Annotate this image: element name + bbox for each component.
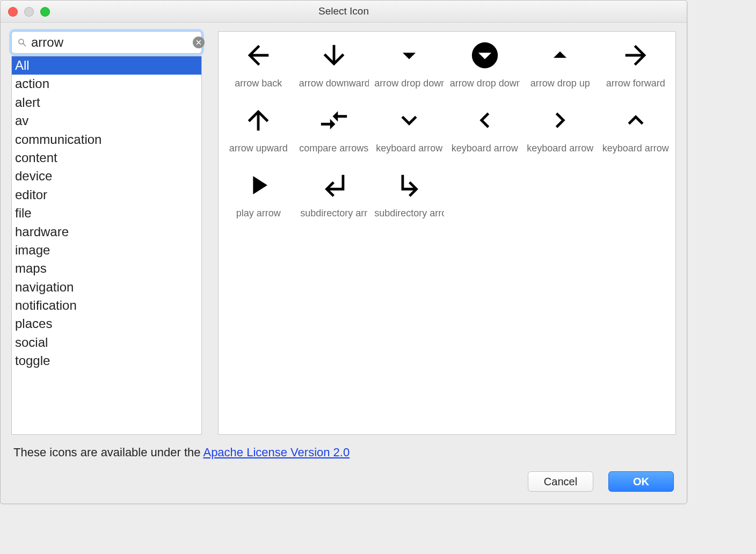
subdirectory-arrow-left-icon xyxy=(317,168,351,202)
category-item-content[interactable]: content xyxy=(12,149,201,167)
search-field[interactable] xyxy=(11,31,202,54)
icon-arrow-upward[interactable]: arrow upward xyxy=(221,103,296,154)
category-item-navigation[interactable]: navigation xyxy=(12,278,201,296)
select-icon-dialog: Select Icon Allactionalertavcommunicatio… xyxy=(0,0,687,504)
icon-subdirectory-arrow-left[interactable]: subdirectory arr xyxy=(296,168,372,219)
play-arrow-icon xyxy=(241,168,275,202)
icon-label: keyboard arrow xyxy=(376,143,442,154)
category-item-places[interactable]: places xyxy=(12,315,201,333)
icon-label: arrow drop down xyxy=(450,78,520,89)
dialog-body: Allactionalertavcommunicationcontentdevi… xyxy=(1,23,687,435)
clear-search-button[interactable] xyxy=(193,37,205,48)
icon-label: arrow drop up xyxy=(530,78,590,89)
license-link[interactable]: Apache License Version 2.0 xyxy=(203,446,350,459)
category-item-communication[interactable]: communication xyxy=(12,130,201,149)
icon-arrow-drop-down-circle[interactable]: arrow drop down xyxy=(447,38,523,89)
category-item-toggle[interactable]: toggle xyxy=(12,352,201,370)
keyboard-arrow-left-icon xyxy=(468,103,502,137)
svg-line-1 xyxy=(23,43,26,46)
icon-play-arrow[interactable]: play arrow xyxy=(221,168,296,219)
compare-arrows-icon xyxy=(317,103,351,137)
keyboard-arrow-down-icon xyxy=(392,103,426,137)
icon-label: subdirectory arr xyxy=(300,208,367,219)
icon-subdirectory-arrow-right[interactable]: subdirectory arro xyxy=(372,168,447,219)
icon-label: arrow drop down xyxy=(374,78,444,89)
icon-grid: arrow backarrow downwardarrow drop downa… xyxy=(221,38,673,219)
keyboard-arrow-up-icon xyxy=(619,103,653,137)
svg-point-0 xyxy=(19,39,24,44)
category-item-alert[interactable]: alert xyxy=(12,93,201,112)
arrow-downward-icon xyxy=(317,38,351,72)
search-icon xyxy=(17,38,27,47)
icon-label: keyboard arrow xyxy=(527,143,593,154)
icon-label: arrow back xyxy=(235,78,282,89)
license-text: These icons are available under the Apac… xyxy=(13,446,674,460)
icon-arrow-forward[interactable]: arrow forward xyxy=(598,38,674,89)
close-window-button[interactable] xyxy=(8,7,18,17)
category-item-maps[interactable]: maps xyxy=(12,259,201,278)
arrow-forward-icon xyxy=(619,38,653,72)
window-title: Select Icon xyxy=(318,5,369,17)
icon-results-panel: arrow backarrow downwardarrow drop downa… xyxy=(218,31,676,435)
icon-label: play arrow xyxy=(236,208,281,219)
subdirectory-arrow-right-icon xyxy=(392,168,426,202)
left-panel: Allactionalertavcommunicationcontentdevi… xyxy=(11,31,202,435)
window-controls xyxy=(8,7,50,17)
close-icon xyxy=(195,39,202,46)
category-item-social[interactable]: social xyxy=(12,333,201,352)
arrow-back-icon xyxy=(241,38,275,72)
titlebar: Select Icon xyxy=(1,1,687,23)
icon-keyboard-arrow-right[interactable]: keyboard arrow xyxy=(522,103,598,154)
icon-label: keyboard arrow xyxy=(452,143,518,154)
minimize-window-button[interactable] xyxy=(24,7,34,17)
icon-arrow-downward[interactable]: arrow downward xyxy=(296,38,372,89)
icon-arrow-drop-up[interactable]: arrow drop up xyxy=(522,38,598,89)
button-row: Cancel OK xyxy=(13,471,674,492)
arrow-drop-up-icon xyxy=(543,38,577,72)
cancel-button[interactable]: Cancel xyxy=(528,471,593,492)
icon-arrow-back[interactable]: arrow back xyxy=(221,38,296,89)
category-item-notification[interactable]: notification xyxy=(12,296,201,315)
icon-label: arrow downward xyxy=(299,78,369,89)
icon-label: subdirectory arro xyxy=(374,208,444,219)
dialog-footer: These icons are available under the Apac… xyxy=(1,435,687,504)
zoom-window-button[interactable] xyxy=(40,7,50,17)
arrow-upward-icon xyxy=(241,103,275,137)
icon-label: arrow upward xyxy=(229,143,288,154)
arrow-drop-down-circle-icon xyxy=(468,38,502,72)
category-item-hardware[interactable]: hardware xyxy=(12,223,201,241)
icon-label: arrow forward xyxy=(606,78,665,89)
icon-label: keyboard arrow xyxy=(602,143,669,154)
category-item-all[interactable]: All xyxy=(12,56,201,75)
ok-button[interactable]: OK xyxy=(608,471,674,492)
category-item-image[interactable]: image xyxy=(12,241,201,259)
arrow-drop-down-icon xyxy=(392,38,426,72)
icon-arrow-drop-down[interactable]: arrow drop down xyxy=(372,38,447,89)
category-item-file[interactable]: file xyxy=(12,204,201,222)
icon-label: compare arrows xyxy=(299,143,368,154)
icon-keyboard-arrow-up[interactable]: keyboard arrow xyxy=(598,103,674,154)
category-item-device[interactable]: device xyxy=(12,167,201,185)
category-item-av[interactable]: av xyxy=(12,112,201,130)
icon-compare-arrows[interactable]: compare arrows xyxy=(296,103,372,154)
category-item-action[interactable]: action xyxy=(12,75,201,93)
icon-keyboard-arrow-down[interactable]: keyboard arrow xyxy=(372,103,447,154)
license-intro: These icons are available under the xyxy=(13,446,203,459)
category-list[interactable]: Allactionalertavcommunicationcontentdevi… xyxy=(11,56,202,435)
keyboard-arrow-right-icon xyxy=(543,103,577,137)
category-item-editor[interactable]: editor xyxy=(12,186,201,204)
search-input[interactable] xyxy=(30,34,193,50)
icon-keyboard-arrow-left[interactable]: keyboard arrow xyxy=(447,103,523,154)
